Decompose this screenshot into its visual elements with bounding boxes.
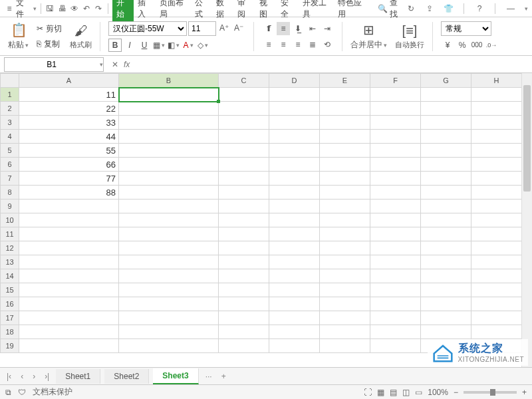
cell-G6[interactable]	[421, 158, 471, 172]
merge-cells-icon[interactable]: ⊞	[361, 22, 377, 38]
orientation-icon[interactable]: ⟲	[321, 38, 334, 51]
row-header-15[interactable]: 15	[1, 283, 19, 297]
cell-A8[interactable]: 88	[19, 186, 119, 200]
cell-C2[interactable]	[219, 102, 269, 116]
cell-D17[interactable]	[269, 311, 320, 325]
cell-G16[interactable]	[421, 297, 471, 311]
cell-A7[interactable]: 77	[19, 172, 119, 186]
wrap-label[interactable]: 自动换行	[395, 40, 424, 50]
cell-F11[interactable]	[370, 227, 421, 241]
row-header-8[interactable]: 8	[1, 186, 19, 200]
cell-H13[interactable]	[471, 255, 522, 269]
cell-B14[interactable]	[119, 269, 219, 283]
skin-icon[interactable]: 👕	[442, 4, 454, 13]
cell-A14[interactable]	[19, 269, 119, 283]
clear-format-icon[interactable]: ◇▾	[196, 39, 209, 52]
cell-A16[interactable]	[19, 297, 119, 311]
cell-C8[interactable]	[219, 186, 269, 200]
increase-font-icon[interactable]: A⁺	[217, 21, 231, 35]
cell-G5[interactable]	[421, 144, 471, 158]
indent-decrease-icon[interactable]: ⇤	[306, 22, 319, 35]
cell-F12[interactable]	[370, 241, 421, 255]
cell-H1[interactable]	[471, 88, 522, 102]
cell-D13[interactable]	[269, 255, 320, 269]
cell-G18[interactable]	[421, 325, 471, 339]
cell-B8[interactable]	[119, 186, 219, 200]
cell-H10[interactable]	[471, 213, 522, 227]
row-header-18[interactable]: 18	[1, 325, 19, 339]
cell-G3[interactable]	[421, 116, 471, 130]
column-header-A[interactable]: A	[19, 74, 119, 88]
row-header-3[interactable]: 3	[1, 116, 19, 130]
cell-A4[interactable]: 44	[19, 130, 119, 144]
cut-button[interactable]: ✂剪切	[37, 22, 62, 36]
cell-F9[interactable]	[370, 200, 421, 213]
cell-H4[interactable]	[471, 130, 522, 144]
cell-G9[interactable]	[421, 200, 471, 213]
cancel-icon[interactable]: ✕	[112, 60, 118, 69]
cell-E18[interactable]	[320, 325, 370, 339]
cell-B5[interactable]	[119, 144, 219, 158]
cell-A11[interactable]	[19, 227, 119, 241]
cell-D10[interactable]	[269, 213, 320, 227]
undo-icon[interactable]: ↶	[81, 4, 92, 13]
copy-button[interactable]: ⎘复制	[37, 37, 60, 51]
align-center-icon[interactable]: ≡	[277, 38, 290, 51]
cell-B16[interactable]	[119, 297, 219, 311]
minimize-icon[interactable]: —	[505, 4, 517, 13]
cell-F16[interactable]	[370, 297, 421, 311]
cell-C17[interactable]	[219, 311, 269, 325]
share-icon[interactable]: ⇪	[424, 4, 436, 13]
cell-B11[interactable]	[119, 227, 219, 241]
cell-C11[interactable]	[219, 227, 269, 241]
cell-H2[interactable]	[471, 102, 522, 116]
row-header-17[interactable]: 17	[1, 311, 19, 325]
cell-D15[interactable]	[269, 283, 320, 297]
column-header-H[interactable]: H	[471, 74, 522, 88]
decrease-font-icon[interactable]: A⁻	[232, 21, 245, 35]
row-header-13[interactable]: 13	[1, 255, 19, 269]
cell-A12[interactable]	[19, 241, 119, 255]
cell-E19[interactable]	[320, 339, 370, 353]
cell-E7[interactable]	[320, 172, 370, 186]
cell-C1[interactable]	[219, 88, 269, 102]
justify-icon[interactable]: ≣	[306, 38, 319, 51]
column-header-E[interactable]: E	[320, 74, 370, 88]
column-header-C[interactable]: C	[219, 74, 269, 88]
cell-E13[interactable]	[320, 255, 370, 269]
row-header-11[interactable]: 11	[1, 227, 19, 241]
cell-F17[interactable]	[370, 311, 421, 325]
cell-B9[interactable]	[119, 200, 219, 213]
cell-C15[interactable]	[219, 283, 269, 297]
cell-C10[interactable]	[219, 213, 269, 227]
cell-B17[interactable]	[119, 311, 219, 325]
cell-B18[interactable]	[119, 325, 219, 339]
align-top-icon[interactable]: ⬆̄	[262, 22, 275, 35]
cell-C4[interactable]	[219, 130, 269, 144]
cell-B3[interactable]	[119, 116, 219, 130]
cell-D12[interactable]	[269, 241, 320, 255]
cell-F5[interactable]	[370, 144, 421, 158]
cell-F8[interactable]	[370, 186, 421, 200]
cell-C6[interactable]	[219, 158, 269, 172]
chevron-down-icon[interactable]: ▾	[33, 5, 37, 12]
cell-D16[interactable]	[269, 297, 320, 311]
cell-E15[interactable]	[320, 283, 370, 297]
cell-D2[interactable]	[269, 102, 320, 116]
fill-color-icon[interactable]: ◧▾	[167, 39, 180, 52]
cell-E12[interactable]	[320, 241, 370, 255]
cell-A10[interactable]	[19, 213, 119, 227]
formula-input[interactable]	[135, 58, 528, 71]
cell-F19[interactable]	[370, 339, 421, 353]
cell-G7[interactable]	[421, 172, 471, 186]
view-normal-icon[interactable]: ▦	[377, 388, 384, 397]
cell-G11[interactable]	[421, 227, 471, 241]
row-header-19[interactable]: 19	[1, 339, 19, 353]
cell-C5[interactable]	[219, 144, 269, 158]
cell-H16[interactable]	[471, 297, 522, 311]
cell-F6[interactable]	[370, 158, 421, 172]
cell-G12[interactable]	[421, 241, 471, 255]
cell-F2[interactable]	[370, 102, 421, 116]
cell-B12[interactable]	[119, 241, 219, 255]
column-header-F[interactable]: F	[370, 74, 421, 88]
